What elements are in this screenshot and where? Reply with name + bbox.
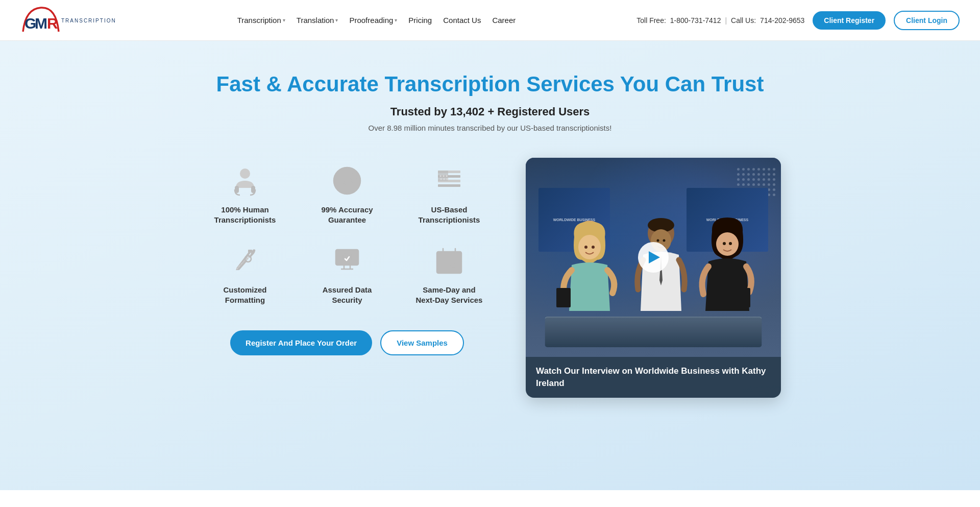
- feature-human: 100% HumanTranscriptionists: [199, 163, 291, 225]
- logo-subtitle: Transcription: [61, 18, 116, 23]
- svg-point-41: [592, 246, 595, 249]
- feature-security-label: Assured DataSecurity: [323, 285, 372, 305]
- tools-icon: [227, 243, 263, 279]
- mug-right: [736, 288, 750, 307]
- svg-rect-17: [438, 184, 460, 187]
- feature-sameday-label: Same-Day andNext-Day Services: [416, 285, 483, 305]
- logo-icon: G M R: [20, 6, 61, 34]
- nav-career[interactable]: Career: [488, 13, 520, 28]
- nav-contact[interactable]: Contact Us: [439, 13, 485, 28]
- video-card: WORLDWIDE BUSINESS WORLDWIDE BUSINESS: [526, 158, 781, 398]
- feature-formatting-label: CustomizedFormatting: [223, 285, 266, 305]
- hero-description: Over 8.98 million minutes transcribed by…: [20, 124, 960, 132]
- svg-text:R: R: [47, 15, 58, 32]
- svg-point-40: [584, 246, 587, 249]
- svg-point-39: [578, 235, 601, 259]
- features-grid: 100% HumanTranscriptionists: [199, 158, 495, 305]
- feature-accuracy: 99% AccuracyGuarantee: [301, 163, 393, 225]
- header-right: Toll Free: 1-800-731-7412 | Call Us: 714…: [636, 11, 960, 30]
- hero-title: Fast & Accurate Transcription Services Y…: [20, 71, 960, 97]
- call-us-label: Call Us:: [731, 16, 756, 25]
- hero-section: Fast & Accurate Transcription Services Y…: [0, 41, 980, 490]
- video-thumbnail: WORLDWIDE BUSINESS WORLDWIDE BUSINESS: [526, 158, 781, 357]
- svg-point-46: [663, 239, 666, 242]
- calendar-icon: [431, 243, 467, 279]
- main-nav: Transcription ▾ Translation ▾ Proofreadi…: [233, 13, 520, 28]
- svg-point-48: [716, 232, 739, 256]
- svg-point-50: [729, 242, 732, 245]
- feature-formatting: CustomizedFormatting: [199, 243, 291, 305]
- nav-pricing[interactable]: Pricing: [404, 13, 436, 28]
- chevron-down-icon: ▾: [395, 17, 397, 23]
- svg-point-49: [723, 242, 726, 245]
- feature-accuracy-label: 99% AccuracyGuarantee: [321, 205, 373, 225]
- feature-usbased: ★★★ ★★★ US-BasedTranscriptionists: [403, 163, 495, 225]
- video-caption: Watch Our Interview on Worldwide Busines…: [526, 357, 781, 398]
- cta-buttons: Register And Place Your Order View Sampl…: [230, 330, 464, 355]
- nav-proofreading[interactable]: Proofreading ▾: [345, 13, 401, 28]
- feature-human-label: 100% HumanTranscriptionists: [214, 205, 276, 225]
- feature-usbased-label: US-BasedTranscriptionists: [419, 205, 480, 225]
- chevron-down-icon: ▾: [283, 17, 285, 23]
- mug-left: [556, 288, 571, 307]
- svg-text:★★★: ★★★: [439, 177, 449, 181]
- call-us-number[interactable]: 714-202-9653: [760, 16, 804, 25]
- register-order-button[interactable]: Register And Place Your Order: [230, 330, 372, 355]
- header: G M R Transcription Transcription ▾ Tran…: [0, 0, 980, 41]
- nav-transcription[interactable]: Transcription ▾: [233, 13, 289, 28]
- flag-icon: ★★★ ★★★: [431, 163, 467, 199]
- video-play-button[interactable]: [638, 242, 669, 273]
- shield-icon: [329, 243, 365, 279]
- studio-desk: [545, 317, 762, 347]
- svg-text:M: M: [35, 15, 47, 32]
- feature-security: Assured DataSecurity: [301, 243, 393, 305]
- features-area: 100% HumanTranscriptionists: [199, 158, 495, 355]
- separator: |: [725, 16, 727, 25]
- hero-content: 100% HumanTranscriptionists: [184, 158, 796, 398]
- chevron-down-icon: ▾: [335, 17, 338, 23]
- client-login-button[interactable]: Client Login: [894, 11, 960, 30]
- headset-icon: [227, 163, 263, 199]
- toll-free-number[interactable]: 1-800-731-7412: [670, 16, 721, 25]
- toll-free-label: Toll Free:: [636, 16, 666, 25]
- feature-sameday: Same-Day andNext-Day Services: [403, 243, 495, 305]
- logo[interactable]: G M R Transcription: [20, 6, 116, 34]
- view-samples-button[interactable]: View Samples: [380, 330, 464, 355]
- svg-point-3: [240, 168, 250, 179]
- person-silhouette-3: [694, 216, 761, 321]
- hero-text: Fast & Accurate Transcription Services Y…: [20, 71, 960, 132]
- client-register-button[interactable]: Client Register: [813, 11, 886, 30]
- nav-translation[interactable]: Translation ▾: [292, 13, 342, 28]
- video-inner: WORLDWIDE BUSINESS WORLDWIDE BUSINESS: [526, 158, 781, 357]
- hero-subtitle: Trusted by 13,402 + Registered Users: [20, 105, 960, 118]
- svg-point-45: [657, 239, 659, 242]
- phone-info: Toll Free: 1-800-731-7412 | Call Us: 714…: [636, 16, 804, 25]
- target-icon: [329, 163, 365, 199]
